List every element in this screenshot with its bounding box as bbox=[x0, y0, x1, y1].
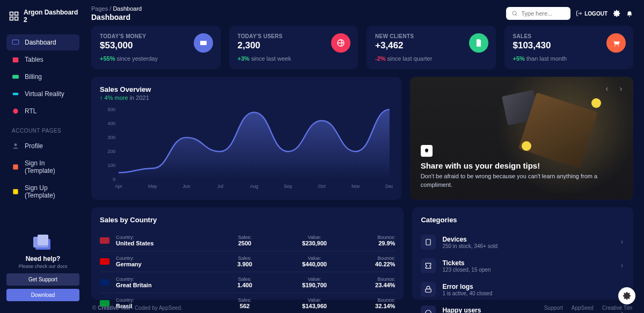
svg-text:500: 500 bbox=[108, 107, 116, 112]
svg-point-18 bbox=[629, 16, 630, 17]
footer-left: © Creative Tim - Coded by AppSeed. bbox=[92, 305, 182, 311]
sidebar-item-tables[interactable]: Tables bbox=[6, 52, 79, 68]
tv-icon bbox=[12, 39, 19, 46]
page-title: Dashboard bbox=[91, 13, 142, 21]
chevron-right-icon bbox=[619, 239, 625, 245]
arrow-up-icon: ↑ bbox=[100, 94, 103, 101]
svg-rect-10 bbox=[13, 164, 18, 169]
sidebar-item-label: Tables bbox=[25, 56, 43, 63]
search-icon bbox=[511, 10, 518, 17]
stat-card: TODAY'S MONEY $53,000 +55% since yesterd… bbox=[91, 26, 221, 69]
category-title: Tickets bbox=[442, 259, 491, 267]
footer-link[interactable]: Creative Tim bbox=[602, 305, 632, 311]
carousel-prev-button[interactable] bbox=[602, 84, 612, 94]
footer-link[interactable]: AppSeed bbox=[572, 305, 594, 311]
sidebar: Argon Dashboard 2 Dashboard Tables Billi… bbox=[0, 0, 86, 313]
category-subtitle: 1 is active, 40 closed bbox=[442, 290, 492, 296]
sidebar-item-profile[interactable]: Profile bbox=[6, 138, 79, 154]
table-row: Country:Great Britain Sales:1.400 Value:… bbox=[100, 272, 395, 293]
logout-button[interactable]: LOGOUT bbox=[576, 10, 608, 17]
chart-title: Sales Overview bbox=[100, 85, 393, 93]
sidebar-item-billing[interactable]: Billing bbox=[6, 69, 79, 85]
user-icon bbox=[12, 142, 19, 150]
category-icon bbox=[421, 258, 436, 273]
sidebar-item-vr[interactable]: Virtual Reality bbox=[6, 86, 79, 102]
settings-fab[interactable] bbox=[618, 287, 635, 304]
card-icon bbox=[12, 73, 19, 81]
category-item[interactable]: Devices250 in stock, 346+ sold bbox=[421, 230, 625, 254]
sales-by-country-card: Sales by Country Country:United States S… bbox=[91, 207, 404, 300]
footer-link[interactable]: Support bbox=[544, 305, 563, 311]
svg-point-15 bbox=[513, 11, 516, 15]
sidebar-item-signin[interactable]: Sign In (Template) bbox=[6, 155, 79, 179]
svg-rect-19 bbox=[200, 41, 207, 45]
sidebar-item-label: Virtual Reality bbox=[25, 90, 64, 98]
sidebar-item-dashboard[interactable]: Dashboard bbox=[6, 34, 79, 50]
categories-title: Categories bbox=[421, 216, 625, 224]
svg-text:0: 0 bbox=[113, 177, 115, 182]
gear-icon[interactable] bbox=[613, 10, 620, 17]
svg-rect-3 bbox=[15, 17, 18, 20]
chevron-right-icon bbox=[619, 263, 625, 268]
calendar-icon bbox=[12, 56, 19, 63]
sidebar-item-label: Dashboard bbox=[25, 39, 56, 46]
svg-rect-5 bbox=[13, 57, 19, 62]
categories-card: Categories Devices250 in stock, 346+ sol… bbox=[412, 207, 633, 300]
vr-icon bbox=[12, 90, 19, 98]
chart-subtitle: ↑ 4% more in 2021 bbox=[100, 94, 393, 101]
help-illustration bbox=[32, 235, 54, 251]
svg-point-8 bbox=[13, 108, 18, 113]
signin-icon bbox=[12, 163, 19, 171]
brand: Argon Dashboard 2 bbox=[6, 9, 79, 24]
get-support-button[interactable]: Get Support bbox=[6, 273, 79, 286]
category-item[interactable]: Tickets123 closed, 15 open bbox=[421, 254, 625, 278]
svg-line-16 bbox=[516, 14, 517, 16]
svg-rect-38 bbox=[426, 239, 430, 245]
chart-area: 0100200300400500AprMayJunJulAugSepOctNov… bbox=[100, 105, 393, 191]
search-box[interactable] bbox=[506, 7, 570, 20]
footer: © Creative Tim - Coded by AppSeed. Suppo… bbox=[91, 303, 633, 311]
bulb-icon bbox=[421, 145, 433, 157]
carousel-next-button[interactable] bbox=[616, 84, 626, 94]
svg-rect-2 bbox=[10, 17, 13, 20]
svg-text:Aug: Aug bbox=[250, 184, 259, 189]
carousel-title: Share with us your design tips! bbox=[421, 161, 623, 170]
stat-card: SALES $103,430 +5% than last month bbox=[504, 26, 634, 69]
orb-decoration bbox=[522, 141, 531, 151]
stat-delta: +5% than last month bbox=[513, 55, 625, 62]
stat-delta: +55% since yesterday bbox=[100, 55, 212, 62]
download-button[interactable]: Download bbox=[6, 289, 79, 301]
signup-icon bbox=[12, 188, 19, 195]
sidebar-item-label: Profile bbox=[25, 142, 43, 150]
sidebar-item-rtl[interactable]: RTL bbox=[6, 103, 79, 119]
chevron-right-icon bbox=[619, 310, 625, 313]
svg-point-21 bbox=[614, 45, 616, 46]
svg-text:100: 100 bbox=[108, 163, 116, 168]
logout-label: LOGOUT bbox=[584, 11, 608, 17]
money-icon bbox=[194, 33, 213, 53]
category-item[interactable]: Error logs1 is active, 40 closed bbox=[421, 278, 625, 301]
flag-icon bbox=[100, 237, 109, 244]
stat-card: TODAY'S USERS 2,300 +3% since last week bbox=[229, 26, 358, 69]
bell-icon[interactable] bbox=[626, 10, 633, 17]
stat-row: TODAY'S MONEY $53,000 +55% since yesterd… bbox=[91, 26, 633, 69]
doc-icon bbox=[469, 33, 488, 53]
country-card-title: Sales by Country bbox=[100, 216, 395, 224]
svg-text:300: 300 bbox=[108, 135, 116, 140]
breadcrumb-root[interactable]: Pages bbox=[91, 5, 108, 12]
svg-rect-4 bbox=[12, 40, 19, 44]
svg-rect-39 bbox=[426, 289, 431, 292]
svg-point-9 bbox=[14, 143, 17, 146]
footer-brand[interactable]: Creative Tim bbox=[98, 305, 130, 311]
svg-rect-7 bbox=[13, 93, 19, 96]
carousel-card: Share with us your design tips! Don't be… bbox=[410, 77, 633, 200]
brand-icon bbox=[9, 11, 19, 21]
sidebar-item-label: Sign In (Template) bbox=[25, 159, 74, 174]
svg-rect-0 bbox=[10, 12, 13, 16]
search-input[interactable] bbox=[521, 10, 565, 17]
svg-text:Dec: Dec bbox=[385, 184, 393, 189]
svg-point-22 bbox=[618, 45, 619, 46]
svg-text:Oct: Oct bbox=[318, 184, 326, 189]
carousel-text: Don't be afraid to be wrong because you … bbox=[421, 172, 603, 189]
sidebar-item-signup[interactable]: Sign Up (Template) bbox=[6, 180, 79, 203]
